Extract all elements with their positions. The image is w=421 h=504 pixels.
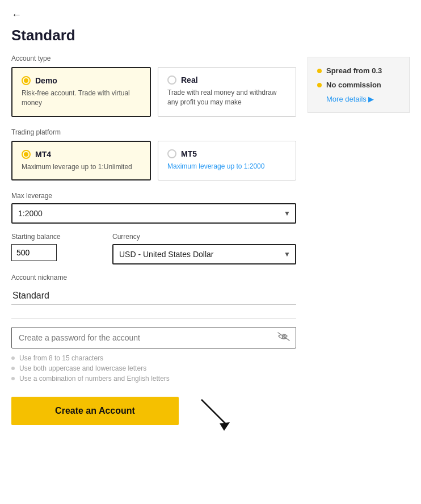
hint-dot-2 xyxy=(11,367,15,370)
arrow-annotation xyxy=(184,394,235,434)
max-leverage-select[interactable]: 1:2000 1:1000 1:500 1:200 1:100 xyxy=(11,203,296,224)
real-title: Real xyxy=(181,75,198,85)
radio-mt5 xyxy=(167,149,176,158)
radio-demo xyxy=(22,76,31,85)
account-type-options: Demo Risk-free account. Trade with virtu… xyxy=(11,67,296,117)
svg-line-1 xyxy=(201,400,227,425)
hint-dot-3 xyxy=(11,377,15,380)
password-hints: Use from 8 to 15 characters Use both upp… xyxy=(11,354,296,383)
platform-mt4[interactable]: MT4 Maximum leverage up to 1:Unlimited xyxy=(11,141,151,181)
svg-marker-2 xyxy=(220,422,230,431)
account-type-label: Account type xyxy=(11,54,296,62)
radio-real xyxy=(167,75,176,85)
back-button[interactable]: ← xyxy=(11,9,22,21)
create-account-button[interactable]: Create an Account xyxy=(11,397,179,425)
password-input[interactable] xyxy=(12,327,272,348)
real-desc: Trade with real money and withdraw any p… xyxy=(167,88,287,107)
spread-label: Spread from 0.3 xyxy=(326,66,382,75)
hint-dot-1 xyxy=(11,356,15,360)
more-details-text: More details ▶ xyxy=(326,95,374,103)
commission-dot xyxy=(317,83,322,87)
hint-3: Use a combination of numbers and English… xyxy=(19,375,170,383)
trading-platform-label: Trading platform xyxy=(11,128,296,136)
account-type-real[interactable]: Real Trade with real money and withdraw … xyxy=(158,67,296,117)
create-account-area: Create an Account xyxy=(11,394,296,431)
demo-title: Demo xyxy=(35,76,57,85)
right-panel: Spread from 0.3 No commission More detai… xyxy=(308,57,410,113)
mt5-title: MT5 xyxy=(181,149,197,158)
nickname-label: Account nickname xyxy=(11,274,296,282)
mt4-desc: Maximum leverage up to 1:Unlimited xyxy=(22,162,141,172)
demo-desc: Risk-free account. Trade with virtual mo… xyxy=(22,89,141,108)
platform-mt5[interactable]: MT5 Maximum leverage up to 1:2000 xyxy=(158,141,296,181)
currency-select[interactable]: USD - United States Dollar EUR - Euro GB… xyxy=(112,244,296,264)
balance-input[interactable] xyxy=(11,244,57,261)
more-details-link[interactable]: More details ▶ xyxy=(317,95,400,103)
mt5-desc: Maximum leverage up to 1:2000 xyxy=(167,162,287,171)
hint-2: Use both uppercase and lowercase letters xyxy=(19,364,146,372)
hint-1: Use from 8 to 15 characters xyxy=(19,354,103,362)
balance-label: Starting balance xyxy=(11,233,103,241)
mt4-title: MT4 xyxy=(35,150,51,159)
commission-bullet: No commission xyxy=(317,81,400,89)
eye-icon[interactable] xyxy=(272,332,296,344)
radio-mt4 xyxy=(22,150,31,159)
max-leverage-label: Max leverage xyxy=(11,192,296,200)
page-title: Standard xyxy=(11,27,410,44)
spread-bullet: Spread from 0.3 xyxy=(317,66,400,75)
currency-label: Currency xyxy=(112,233,296,241)
password-field-wrapper xyxy=(11,327,296,348)
trading-platform-options: MT4 Maximum leverage up to 1:Unlimited M… xyxy=(11,141,296,181)
spread-dot xyxy=(317,69,322,73)
account-type-demo[interactable]: Demo Risk-free account. Trade with virtu… xyxy=(11,67,151,117)
commission-label: No commission xyxy=(326,81,381,89)
nickname-input[interactable] xyxy=(11,287,296,305)
